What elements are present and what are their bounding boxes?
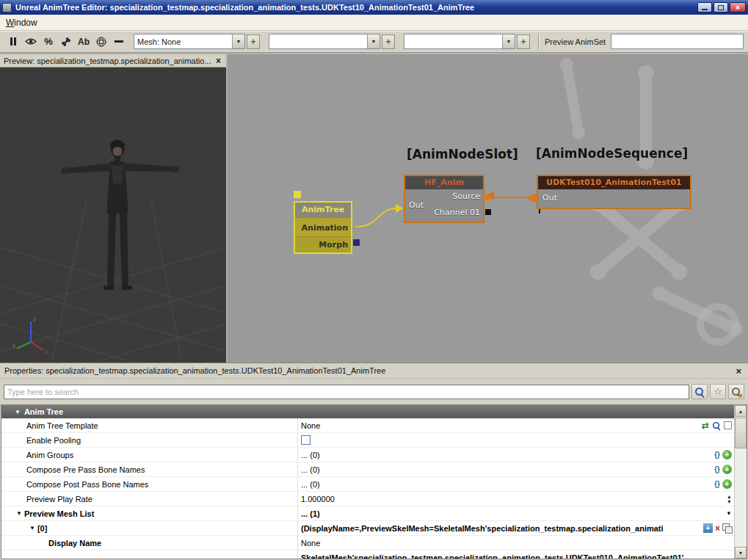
slot-node-title: HF_Anim (405, 176, 483, 189)
use-selected-icon[interactable]: ⇄ (702, 421, 709, 430)
slot-out-pin[interactable]: Out (409, 200, 424, 210)
percent-icon: % (44, 36, 53, 47)
restore-icon (718, 5, 724, 10)
add-item-icon[interactable]: + (722, 479, 732, 489)
plus-icon: + (520, 36, 526, 47)
scroll-up-button[interactable]: ▲ (735, 405, 747, 417)
property-row-anim-groups[interactable]: Anim Groups ... (0) {} + (1, 448, 734, 462)
show-skeleton-button[interactable] (57, 33, 75, 51)
show-bone-names-button[interactable]: Ab (75, 33, 92, 51)
preview-panel: Preview: specialization_testmap.speciali… (0, 54, 228, 363)
show-percentages-button[interactable]: % (40, 33, 57, 51)
preview-viewport[interactable]: z y x (0, 68, 226, 363)
pause-icon (10, 37, 16, 46)
animtree-animation-section[interactable]: Animation (295, 217, 351, 236)
animtree-morph-section[interactable]: Morph (295, 236, 351, 252)
properties-scrollbar[interactable]: ▲ ▼ (734, 405, 747, 559)
search-options-button[interactable] (728, 384, 744, 399)
node-hf-anim[interactable]: HF_Anim Out Source Channel 01 (404, 175, 484, 223)
node-animtree[interactable]: AnimTree Animation Morph (294, 201, 352, 254)
property-value: ... (0) (301, 480, 714, 489)
scroll-down-button[interactable]: ▼ (735, 547, 747, 559)
insert-item-icon[interactable]: + (703, 523, 713, 533)
show-floor-button[interactable] (110, 33, 128, 51)
favorites-button[interactable]: ☆ (710, 384, 726, 399)
property-value: SkeletalMesh'specialization_testmap.spec… (301, 553, 734, 559)
search-button[interactable] (691, 384, 708, 399)
array-options-icon[interactable]: ▼ (726, 510, 732, 517)
mesh-combo-value: Mesh: None (137, 37, 181, 46)
property-value: 1.000000 (301, 495, 727, 503)
mesh-combo[interactable]: Mesh: None ▼ (134, 34, 245, 49)
clear-icon[interactable] (724, 421, 732, 429)
array-icon: {} (714, 451, 720, 459)
property-value: None (301, 539, 734, 548)
expand-icon[interactable]: ▼ (29, 525, 35, 531)
preview-close-button[interactable]: × (214, 56, 222, 66)
enable-pooling-checkbox[interactable] (301, 435, 311, 445)
property-grid: ▼ Anim Tree Anim Tree Template None ⇄ (1, 404, 747, 559)
minimize-button[interactable] (697, 2, 712, 12)
property-name: Preview Play Rate (26, 495, 92, 503)
add-item-icon[interactable]: + (722, 465, 732, 474)
morph-output-connector[interactable] (353, 239, 360, 246)
axis-gizmo: z y x (12, 311, 56, 355)
scrollbar-thumb[interactable] (735, 418, 747, 448)
add-item-icon[interactable]: + (722, 450, 732, 459)
property-row-element-0[interactable]: ▼ [0] (DisplayName=,PreviewSkelMesh=Skel… (1, 521, 734, 536)
property-row-compose-post-pass[interactable]: Compose Post Pass Bone Names ... (0) {} … (1, 477, 734, 492)
add-mesh-button[interactable]: + (247, 34, 260, 49)
pause-button[interactable] (4, 33, 22, 51)
property-row-preview-skel-mesh[interactable]: SkeletalMesh'specialization_testmap.spec… (1, 550, 734, 559)
slot-source-pin[interactable]: Source (452, 192, 480, 201)
search-input[interactable] (4, 385, 689, 399)
properties-close-button[interactable]: × (733, 366, 744, 377)
property-row-enable-pooling[interactable]: Enable Pooling (1, 433, 734, 448)
add-morphtarget-button[interactable]: + (517, 34, 530, 49)
duplicate-item-icon[interactable] (722, 523, 732, 533)
category-header-anim-tree[interactable]: ▼ Anim Tree (1, 405, 734, 418)
property-row-preview-play-rate[interactable]: Preview Play Rate 1.000000 ▲ ▼ (1, 492, 734, 506)
category-label: Anim Tree (24, 407, 63, 416)
animation-output-label: Animation (302, 223, 348, 233)
delete-item-icon[interactable]: × (715, 524, 720, 533)
restore-button[interactable] (713, 2, 728, 12)
source-input-connector[interactable] (486, 192, 494, 200)
spinner-down-icon[interactable]: ▼ (727, 499, 732, 504)
properties-title: Properties: specialization_testmap.speci… (4, 366, 385, 375)
array-icon: {} (714, 480, 720, 488)
expand-icon[interactable]: ▼ (16, 510, 22, 517)
close-button[interactable]: × (730, 2, 746, 12)
spinner-up-icon[interactable]: ▲ (727, 494, 732, 499)
node-udktest010-sequence[interactable]: UDKTest010_AnimationTest01 Out (537, 175, 691, 209)
animtree-node-marker[interactable] (294, 191, 301, 198)
add-animseq-button[interactable]: + (382, 34, 395, 49)
show-wireframe-button[interactable] (92, 33, 110, 51)
animseq-combo[interactable]: ▼ (269, 34, 380, 49)
property-row-anim-tree-template[interactable]: Anim Tree Template None ⇄ (1, 418, 734, 433)
slot-channel-pin[interactable]: Channel 01 (434, 208, 480, 217)
show-node-weights-button[interactable] (22, 33, 40, 51)
morphtarget-combo[interactable]: ▼ (404, 34, 515, 49)
wireframe-icon (96, 37, 106, 47)
property-row-compose-pre-pass[interactable]: Compose Pre Pass Bone Names ... (0) {} + (1, 462, 734, 477)
preview-animset-field[interactable] (611, 34, 744, 49)
channel-input-connector[interactable] (485, 209, 491, 215)
graph-canvas[interactable]: [AnimNodeSlot] [AnimNodeSequence] AnimTr… (228, 54, 748, 363)
menu-item-window[interactable]: Window (0, 15, 43, 30)
z-axis-label: z (33, 316, 37, 323)
app-icon (2, 3, 12, 12)
browse-icon[interactable] (712, 421, 721, 430)
properties-panel: Properties: specialization_testmap.speci… (0, 363, 748, 560)
close-icon: × (736, 4, 740, 11)
eye-icon (25, 37, 37, 46)
sequence-output-connector[interactable] (527, 194, 535, 203)
value-spinner[interactable]: ▲ ▼ (727, 494, 732, 504)
property-row-preview-mesh-list[interactable]: ▼ Preview Mesh List ... (1) ▼ (1, 506, 734, 521)
menubar: Window (0, 15, 748, 31)
sequence-out-pin[interactable]: Out (542, 193, 557, 203)
property-name: Preview Mesh List (24, 509, 94, 518)
property-row-display-name[interactable]: Display Name None (1, 536, 734, 550)
chevron-down-icon: ▼ (367, 34, 380, 48)
toolbar-separator (538, 34, 540, 50)
